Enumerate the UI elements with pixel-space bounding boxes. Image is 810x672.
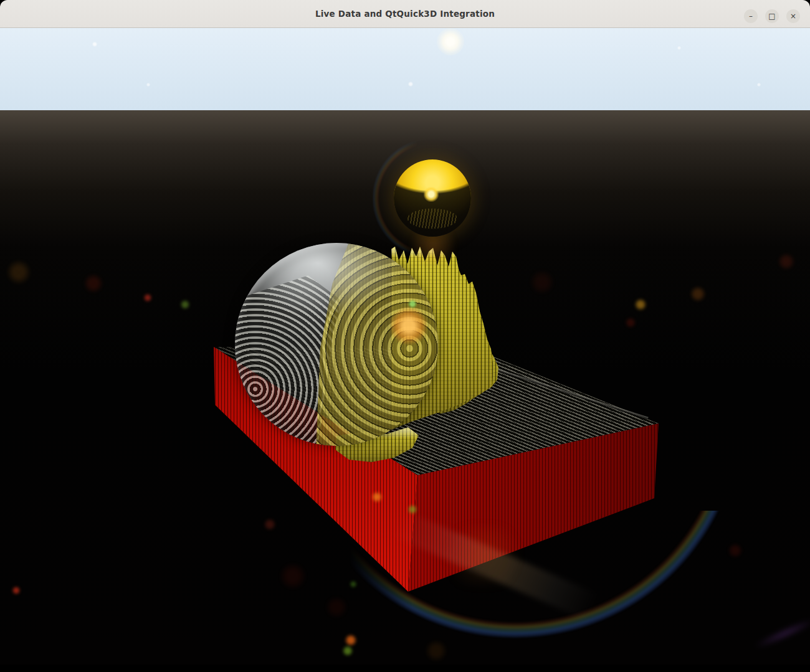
sky (0, 28, 810, 110)
close-icon: × (790, 12, 796, 20)
window-titlebar[interactable]: Live Data and QtQuick3D Integration – □ … (0, 0, 810, 28)
glass-green-sparkle (407, 299, 417, 309)
maximize-button[interactable]: □ (765, 9, 779, 23)
sun-glow (437, 28, 464, 55)
warm-haze-on-red-face (436, 526, 530, 585)
maximize-icon: □ (768, 12, 775, 20)
close-button[interactable]: × (786, 9, 800, 23)
3d-viewport[interactable] (0, 28, 810, 672)
gold-sphere (394, 159, 471, 237)
glass-sphere (235, 243, 438, 446)
glass-orange-glow (391, 305, 427, 346)
gold-sphere-sun-reflection (424, 187, 439, 202)
minimize-button[interactable]: – (744, 9, 758, 23)
bottom-edge (0, 665, 810, 672)
window-controls: – □ × (744, 9, 800, 23)
app-window: Live Data and QtQuick3D Integration – □ … (0, 0, 810, 672)
minimize-icon: – (749, 12, 753, 20)
window-title: Live Data and QtQuick3D Integration (0, 0, 810, 27)
